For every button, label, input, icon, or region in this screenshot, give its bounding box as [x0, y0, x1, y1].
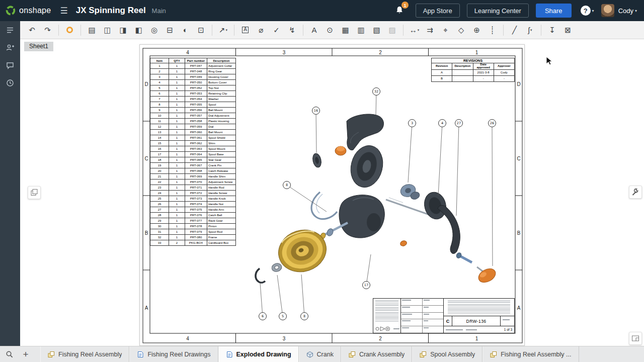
bom-row[interactable]: 21PRT-048Ring Gear [150, 69, 236, 74]
redo-icon[interactable]: ↷ [41, 23, 55, 37]
main-menu-icon[interactable]: ☰ [60, 6, 68, 16]
bom-row[interactable]: 321PRT-080Frame [150, 235, 236, 240]
tab-search-button[interactable] [0, 346, 18, 362]
table-icon[interactable]: ▦ [339, 23, 353, 37]
balloon[interactable] [283, 182, 291, 189]
tab-fishing-reel-assembly[interactable]: Fishing Reel Assembly ... [482, 346, 579, 362]
balloon[interactable] [259, 313, 267, 320]
inspection-symbol-icon[interactable]: ⊙ [323, 23, 337, 37]
follow-mode-icon[interactable] [0, 39, 20, 56]
onshape-logo[interactable]: onshape [5, 5, 51, 16]
bom-row[interactable]: 51PRT-052Top Nut [150, 85, 236, 91]
center-mark-icon[interactable]: ⊕ [470, 23, 484, 37]
workspace-label[interactable]: Main [152, 7, 166, 15]
bom-row[interactable]: 181PRT-065Star Gear [150, 157, 236, 163]
geometric-tolerance-icon[interactable]: ⌖ [439, 23, 453, 37]
bom-row[interactable]: 101PRT-057Dial Adjustment [150, 113, 236, 119]
bom-row[interactable]: 291PRT-077Rack Gear [150, 218, 236, 224]
bom-row[interactable]: 111PRT-058Plastic Housing [150, 119, 236, 124]
auxiliary-view-icon[interactable]: ◨ [116, 23, 130, 37]
bom-row[interactable]: 271PRT-075Handle Arm [150, 207, 236, 213]
bom-row[interactable]: 231PRT-071Handle Rod [150, 185, 236, 191]
bom-table-icon[interactable]: ▥ [354, 23, 368, 37]
bom-row[interactable]: 241PRT-072Handle Screw [150, 191, 236, 196]
bom-row[interactable]: 71PRT-054Washer [150, 97, 236, 102]
balloon[interactable] [439, 120, 446, 127]
tab-fishing-reel-assembly[interactable]: Fishing Reel Assembly [40, 346, 129, 362]
sheets-panel-button[interactable] [28, 186, 41, 199]
datum-icon[interactable]: ◇ [454, 23, 468, 37]
undo-icon[interactable]: ↶ [25, 23, 39, 37]
tab-fishing-reel-drawings[interactable]: Fishing Reel Drawings [129, 346, 218, 362]
bom-row[interactable]: 91PRT-056Bail Mount [150, 108, 236, 113]
detail-view-icon[interactable]: ◎ [147, 23, 162, 37]
user-menu-button[interactable]: Cody ▾ [618, 7, 637, 15]
bom-row[interactable]: 211PRT-069Handle Shim [150, 174, 236, 179]
callout-icon[interactable]: ↗▾ [216, 23, 230, 37]
app-store-button[interactable]: App Store [416, 4, 460, 18]
comments-panel-icon[interactable] [0, 56, 20, 74]
dimension-icon[interactable]: ↔▾ [408, 23, 422, 37]
note-icon[interactable]: A [238, 23, 253, 37]
spline-icon[interactable]: ʃ▾ [523, 23, 537, 37]
bom-row[interactable]: 161PRT-063Spool Mount [150, 146, 236, 152]
bom-row[interactable]: 171PRT-064Spool Base [150, 152, 236, 157]
bom-row[interactable]: 121PRT-059Dial [150, 124, 236, 130]
insert-view-icon[interactable]: ▤ [85, 23, 99, 37]
user-avatar[interactable] [601, 4, 614, 17]
balloon[interactable] [373, 88, 380, 96]
balloon[interactable] [363, 282, 370, 289]
balloon[interactable] [409, 120, 416, 127]
line-icon[interactable]: ╱ [508, 23, 522, 37]
update-status-icon[interactable] [63, 23, 77, 37]
bom-row[interactable]: 301PRT-078Pinion [150, 224, 236, 229]
share-button[interactable]: Share [536, 4, 572, 18]
add-tab-button[interactable]: + [18, 346, 33, 362]
balloon[interactable] [301, 313, 308, 320]
history-panel-icon[interactable] [0, 74, 20, 92]
bom-row[interactable]: 251PRT-073Handle Knob [150, 196, 236, 202]
projected-view-icon[interactable]: ◫ [101, 23, 115, 37]
export-dxf-icon[interactable]: ↧ [545, 23, 559, 37]
ordinate-dimension-icon[interactable]: ⇉ [423, 23, 437, 37]
notifications-button[interactable]: 1 [394, 5, 406, 16]
hole-table-icon[interactable]: ▧ [370, 23, 384, 37]
bom-row[interactable]: 31PRT-049Housing Cover [150, 74, 236, 80]
balloon[interactable] [489, 120, 496, 127]
hole-callout-icon[interactable]: ⌀ [254, 23, 268, 37]
learning-center-button[interactable]: Learning Center [467, 4, 529, 18]
feature-list-panel-icon[interactable] [0, 21, 20, 39]
help-menu-button[interactable]: ? ▾ [581, 6, 594, 16]
bom-row[interactable]: 201PRT-068Catch Release [150, 168, 236, 174]
bom-table[interactable]: ItemQTYPart numberDescription 11PRT-047A… [150, 58, 236, 246]
image-icon[interactable]: ▨ [385, 23, 399, 37]
balloon[interactable] [279, 313, 287, 320]
weld-symbol-icon[interactable]: ↯ [285, 23, 299, 37]
bom-row[interactable]: 261PRT-074Handle Nut [150, 202, 236, 207]
crop-view-icon[interactable]: ⊡ [194, 23, 208, 37]
bom-row[interactable]: 191PRT-067Crank Pin [150, 163, 236, 168]
drawing-tools-button[interactable] [629, 186, 642, 199]
export-image-icon[interactable]: ⊠ [561, 23, 575, 37]
bom-row[interactable]: 81PRT-055Spool [150, 102, 236, 108]
text-icon[interactable]: A [307, 23, 321, 37]
break-out-view-icon[interactable]: ◐ [179, 23, 193, 37]
bom-row[interactable]: 131PRT-060Bail Mount [150, 130, 236, 135]
tab-crank-assembly[interactable]: Crank Assembly [341, 346, 412, 362]
balloon[interactable] [455, 120, 463, 127]
bom-row[interactable]: 11PRT-047Adjustment Collar [150, 63, 236, 69]
revisions-table[interactable]: REVISIONS RevisionDescriptionDate approv… [431, 58, 515, 82]
bom-row[interactable]: 311PRT-079Spool Rod [150, 229, 236, 235]
sheet-tab-sheet1[interactable]: Sheet1 [24, 42, 53, 51]
drawing-canvas[interactable]: Sheet1 44332211DDCCBBAA ItemQTYPart numb… [20, 39, 644, 346]
bom-row[interactable]: 332PKG-BOXCardboard Box [150, 240, 236, 246]
bottom-panel-button[interactable] [629, 332, 642, 345]
bom-row[interactable]: 221PRT-070Adjustment Screw [150, 179, 236, 185]
centerline-icon[interactable]: ┊ [486, 23, 500, 37]
tab-crank[interactable]: Crank [299, 346, 341, 362]
balloon[interactable] [312, 107, 320, 115]
section-view-icon[interactable]: ◧ [132, 23, 146, 37]
bom-row[interactable]: 151PRT-062Shim [150, 141, 236, 146]
bom-row[interactable]: 141PRT-061Spool Shield [150, 135, 236, 141]
tab-spool-assembly[interactable]: Spool Assembly [412, 346, 482, 362]
